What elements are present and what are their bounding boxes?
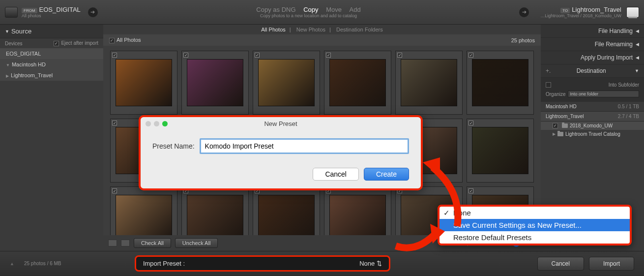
destination-header[interactable]: +.Destination▼ xyxy=(541,64,644,78)
thumbnail-cell[interactable]: ✓ xyxy=(324,186,391,235)
apply-during-header[interactable]: Apply During Import◀ xyxy=(541,51,644,64)
preset-context-menu: ✓None Save Current Settings as New Prese… xyxy=(438,205,632,245)
dialog-cancel-button[interactable]: Cancel xyxy=(313,168,359,181)
preset-label: Import Preset : xyxy=(143,260,185,267)
menu-restore[interactable]: Restore Default Presets xyxy=(439,231,630,244)
devices-row: Devices ✓Eject after import xyxy=(0,38,103,48)
preset-value: None ⇅ xyxy=(359,260,382,267)
collapse-icon: ▼ xyxy=(5,29,9,34)
source-name: EOS_DIGITAL xyxy=(39,6,81,13)
thumbnail-cell[interactable]: ✓ xyxy=(253,186,320,235)
thumb-image xyxy=(187,195,243,235)
import-preset-dropdown[interactable]: Import Preset : None ⇅ xyxy=(135,255,390,272)
eject-checkbox[interactable]: ✓Eject after import xyxy=(54,40,98,46)
thumb-image xyxy=(329,59,386,106)
minimize-icon[interactable] xyxy=(154,121,159,126)
source-info[interactable]: FROMEOS_DIGITAL All photos xyxy=(22,6,81,18)
check-all-button[interactable]: Check All xyxy=(134,238,171,248)
dest-arrow-icon[interactable]: ➔ xyxy=(519,7,529,17)
dialog-create-button[interactable]: Create xyxy=(364,168,409,181)
tab-all[interactable]: All Photos xyxy=(261,27,286,32)
zoom-icon[interactable] xyxy=(162,121,168,126)
import-button[interactable]: Import xyxy=(589,257,634,271)
thumbnail-cell[interactable]: ✓ xyxy=(110,186,177,235)
top-bar: FROMEOS_DIGITAL All photos ➔ Copy as DNG… xyxy=(0,0,644,25)
thumb-checkbox[interactable]: ✓ xyxy=(112,188,117,193)
dest-info[interactable]: TOLightroom_Travel …Lightroom_Travel / 2… xyxy=(540,6,621,18)
op-copy-dng[interactable]: Copy as DNG xyxy=(256,6,295,13)
thumb-checkbox[interactable]: ✓ xyxy=(397,53,402,58)
select-all-checkbox[interactable]: ✓ xyxy=(109,38,115,43)
thumbnail-cell[interactable]: ✓ xyxy=(181,186,249,235)
thumb-checkbox[interactable]: ✓ xyxy=(468,121,473,125)
destination-body: Into Subfolder OrganizeInto one folder xyxy=(541,78,644,102)
thumbnail-cell[interactable]: ✓ xyxy=(467,119,534,183)
op-copy[interactable]: Copy xyxy=(303,6,318,13)
organize-dropdown[interactable]: Into one folder xyxy=(568,91,639,97)
thumbnail-cell[interactable]: ✓ xyxy=(110,51,177,115)
thumb-checkbox[interactable]: ✓ xyxy=(112,121,117,125)
loupe-view-icon[interactable] xyxy=(121,240,130,246)
device-mac[interactable]: ▼Macintosh HD xyxy=(0,59,103,70)
thumb-checkbox[interactable]: ✓ xyxy=(468,188,473,193)
thumbnail-cell[interactable]: ✓ xyxy=(181,51,249,115)
thumbnail-cell[interactable]: ✓ xyxy=(395,51,463,115)
devices-label: Devices xyxy=(5,41,23,46)
thumb-checkbox[interactable]: ✓ xyxy=(326,53,331,58)
preset-name-label: Preset Name: xyxy=(152,142,195,150)
thumb-image xyxy=(116,59,172,106)
folder-icon xyxy=(557,132,563,136)
source-arrow-icon[interactable]: ➔ xyxy=(88,7,98,17)
thumb-image xyxy=(472,59,528,106)
from-badge: FROM xyxy=(22,8,37,13)
close-icon[interactable] xyxy=(146,121,151,126)
file-handling-header[interactable]: File Handling◀ xyxy=(541,25,644,38)
window-controls xyxy=(146,121,168,126)
thumb-image xyxy=(187,59,243,106)
thumb-image xyxy=(401,59,457,106)
thumb-image xyxy=(329,195,386,235)
updown-icon: ⇅ xyxy=(377,260,382,267)
thumb-checkbox[interactable]: ✓ xyxy=(255,53,260,58)
new-preset-dialog: New Preset Preset Name: Cancel Create xyxy=(139,115,423,190)
ops-row: Copy as DNG Copy Move Add xyxy=(105,6,512,13)
volume-mac[interactable]: Macintosh HD0.5 / 1 TB xyxy=(541,102,644,112)
source-panel-header[interactable]: ▼Source xyxy=(0,25,103,38)
menu-save-preset[interactable]: Save Current Settings as New Preset... xyxy=(439,219,630,231)
source-sub: All photos xyxy=(22,13,81,18)
thumbnail-cell[interactable]: ✓ xyxy=(253,51,320,115)
volume-travel[interactable]: Lightroom_Travel2.7 / 4 TB xyxy=(541,112,644,122)
subfolder-checkbox[interactable] xyxy=(546,82,551,88)
op-add[interactable]: Add xyxy=(350,6,361,13)
import-ops: Copy as DNG Copy Move Add Copy photos to… xyxy=(105,6,512,18)
preset-name-input[interactable] xyxy=(200,138,409,154)
file-renaming-header[interactable]: File Renaming◀ xyxy=(541,38,644,51)
uncheck-all-button[interactable]: Uncheck All xyxy=(175,238,218,248)
menu-none[interactable]: ✓None xyxy=(439,207,630,219)
thumb-checkbox[interactable]: ✓ xyxy=(468,53,473,58)
ops-sub: Copy photos to a new location and add to… xyxy=(105,13,512,18)
dest-sub: …Lightroom_Travel / 2018_Komodo_UW xyxy=(540,13,621,18)
thumb-checkbox[interactable]: ✓ xyxy=(112,53,117,58)
source-title: Source xyxy=(11,28,31,35)
left-panel: ▼Source Devices ✓Eject after import EOS_… xyxy=(0,25,103,251)
dest-name: Lightroom_Travel xyxy=(572,6,621,13)
cancel-button[interactable]: Cancel xyxy=(537,257,584,271)
grid-view-icon[interactable] xyxy=(108,240,117,246)
thumb-image xyxy=(258,59,315,106)
into-subfolder-row[interactable]: Into Subfolder xyxy=(546,81,639,89)
status-text: 25 photos / 6 MB xyxy=(24,261,61,266)
thumbnail-cell[interactable]: ✓ xyxy=(324,51,391,115)
tree-catalog[interactable]: ▶Lightroom Travel Catalog xyxy=(541,130,644,138)
thumbnail-cell[interactable]: ✓ xyxy=(467,51,534,115)
thumb-checkbox[interactable]: ✓ xyxy=(183,53,188,58)
device-eos[interactable]: EOS_DIGITAL xyxy=(0,48,103,59)
tree-komodo[interactable]: ✓2018_Komodo_UW xyxy=(541,122,644,130)
dest-disk-icon xyxy=(626,7,639,18)
device-travel[interactable]: ▶Lightroom_Travel xyxy=(0,70,103,81)
grid-header: ✓All Photos 25 photos xyxy=(103,34,541,46)
tab-dest[interactable]: Destination Folders xyxy=(336,27,383,32)
tab-new[interactable]: New Photos xyxy=(296,27,325,32)
op-move[interactable]: Move xyxy=(326,6,342,13)
photo-count: 25 photos xyxy=(511,37,535,43)
